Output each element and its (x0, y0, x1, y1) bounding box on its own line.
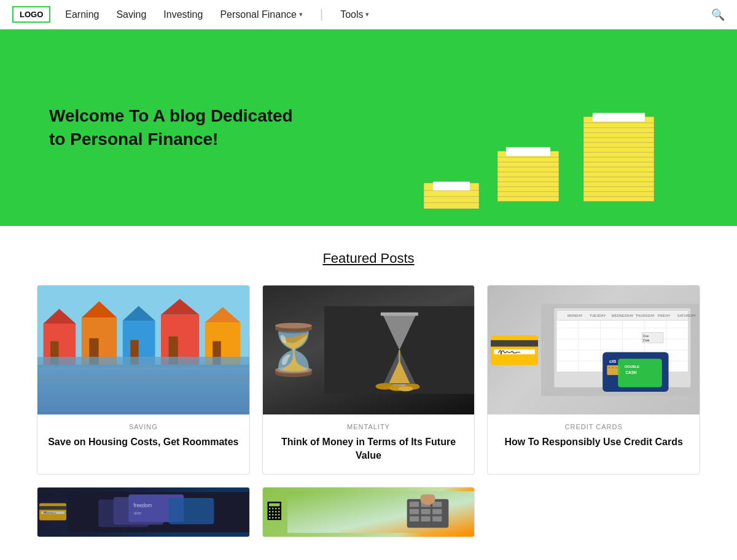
svg-rect-54 (37, 365, 249, 368)
post-hourglass-image (263, 286, 475, 414)
svg-rect-38 (44, 324, 76, 365)
svg-point-91 (609, 367, 610, 368)
money-stacks-illustration (418, 103, 700, 226)
post-housing-image (37, 286, 249, 414)
post-card-credit-cards[interactable]: MONDAY TUESDAY WEDNESDAY THURSDAY FRIDAY… (487, 285, 700, 475)
post-credit-cards-category: CREDIT CARDS (497, 423, 690, 430)
svg-text:freedom: freedom (133, 503, 152, 508)
post-calculator-image (263, 488, 475, 537)
hero-text-block: Welcome To A blog Dedicated to Personal … (49, 104, 295, 151)
svg-text:MONDAY: MONDAY (567, 314, 583, 317)
featured-posts-section: Featured Posts (0, 226, 737, 556)
featured-posts-grid: SAVING Save on Housing Costs, Get Roomma… (37, 285, 700, 475)
tools-arrow: ▾ (365, 10, 369, 18)
svg-rect-94 (618, 359, 663, 387)
svg-text:Date: Date (643, 338, 650, 342)
svg-rect-114 (432, 516, 442, 521)
post-card-housing[interactable]: SAVING Save on Housing Costs, Get Roomma… (37, 285, 250, 475)
svg-text:WEDNESDAY: WEDNESDAY (612, 314, 634, 317)
svg-rect-36 (593, 113, 645, 122)
post-card-dark[interactable]: freedom uber (37, 487, 250, 537)
personal-finance-arrow: ▾ (299, 10, 303, 18)
svg-rect-43 (89, 338, 98, 365)
post-dark-image: freedom uber (37, 488, 249, 537)
nav-investing[interactable]: Investing (163, 9, 203, 20)
svg-rect-58 (380, 313, 418, 316)
svg-rect-103 (169, 498, 214, 524)
svg-point-65 (398, 386, 413, 391)
svg-rect-53 (37, 365, 249, 412)
svg-rect-61 (399, 350, 400, 362)
svg-rect-110 (421, 509, 430, 514)
svg-text:CASH: CASH (626, 370, 638, 375)
svg-rect-46 (130, 340, 138, 365)
houses-svg (37, 286, 249, 414)
nav-tools[interactable]: Tools ▾ (340, 9, 369, 20)
search-icon[interactable]: 🔍 (711, 8, 725, 21)
post-money-value-title: Think of Money in Terms of Its Future Va… (273, 435, 465, 463)
svg-rect-113 (421, 516, 430, 521)
svg-rect-18 (506, 147, 550, 156)
svg-rect-109 (410, 509, 419, 514)
svg-rect-106 (410, 502, 419, 507)
svg-rect-50 (205, 322, 240, 365)
svg-text:citi: citi (609, 359, 616, 364)
nav-earning[interactable]: Earning (65, 9, 99, 20)
post-card-empty (487, 487, 700, 537)
post-credit-cards-title: How To Responsibly Use Credit Cards (497, 435, 690, 449)
svg-text:SATURDAY: SATURDAY (677, 314, 696, 317)
post-card-calculator[interactable] (262, 487, 475, 537)
post-creditcard-image: MONDAY TUESDAY WEDNESDAY THURSDAY FRIDAY… (488, 286, 700, 414)
svg-rect-44 (123, 321, 155, 365)
navbar: LOGO Earning Saving Investing Personal F… (0, 0, 737, 29)
svg-rect-40 (50, 341, 58, 365)
post-housing-category: SAVING (47, 423, 240, 430)
svg-rect-108 (432, 502, 442, 507)
hero-banner: Welcome To A blog Dedicated to Personal … (0, 29, 737, 226)
svg-point-92 (612, 367, 614, 368)
post-credit-cards-body: CREDIT CARDS How To Responsibly Use Cred… (488, 414, 700, 460)
svg-rect-52 (213, 341, 220, 365)
calculator-svg (287, 488, 475, 537)
hourglass-svg (324, 286, 475, 414)
hero-headline: Welcome To A blog Dedicated to Personal … (49, 104, 295, 151)
logo[interactable]: LOGO (12, 6, 50, 23)
nav-saving[interactable]: Saving (116, 9, 146, 20)
post-housing-body: SAVING Save on Housing Costs, Get Roomma… (37, 414, 249, 460)
post-money-value-body: MENTALITY Think of Money in Terms of Its… (263, 414, 475, 474)
post-card-money-value[interactable]: MENTALITY Think of Money in Terms of Its… (262, 285, 475, 475)
post-housing-title: Save on Housing Costs, Get Roommates (47, 435, 240, 449)
svg-text:DOUBLE: DOUBLE (625, 365, 639, 368)
svg-text:TUESDAY: TUESDAY (590, 314, 606, 317)
money-stacks-svg (418, 103, 700, 226)
post-money-value-category: MENTALITY (273, 423, 465, 430)
nav-separator: | (320, 7, 323, 21)
svg-rect-47 (161, 315, 199, 365)
svg-rect-49 (168, 336, 177, 365)
svg-rect-4 (433, 182, 470, 190)
nav-personal-finance[interactable]: Personal Finance ▾ (220, 9, 303, 20)
svg-text:FRIDAY: FRIDAY (658, 314, 671, 317)
featured-posts-title: Featured Posts (37, 251, 700, 266)
svg-text:THURSDAY: THURSDAY (636, 314, 655, 317)
creditcard-svg: MONDAY TUESDAY WEDNESDAY THURSDAY FRIDAY… (541, 286, 700, 414)
svg-rect-41 (82, 317, 117, 365)
svg-rect-116 (420, 494, 435, 500)
svg-rect-112 (410, 516, 419, 521)
svg-rect-111 (432, 509, 442, 514)
svg-text:uber: uber (133, 511, 142, 515)
svg-point-93 (615, 367, 617, 368)
featured-posts-row2: freedom uber (37, 487, 700, 537)
svg-text:Due: Due (643, 334, 649, 338)
dark-cards-svg: freedom uber (68, 488, 249, 537)
